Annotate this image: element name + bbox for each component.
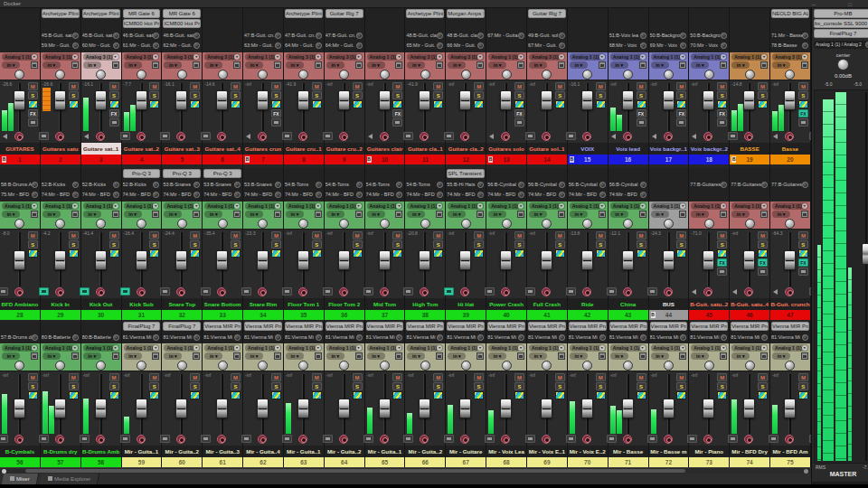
save-preset-icon[interactable] xyxy=(801,352,808,360)
send-slot[interactable]: 81:Vienna Mi xyxy=(487,333,525,343)
solo-button[interactable]: S xyxy=(271,91,281,99)
save-preset-icon[interactable] xyxy=(355,61,363,69)
pan-knob[interactable] xyxy=(623,361,633,371)
track-name[interactable]: Kick Out xyxy=(81,298,121,310)
input-selector[interactable]: Analog 1 (1)▾ xyxy=(407,202,443,210)
track-number[interactable]: 39 xyxy=(446,310,486,320)
pan-knob[interactable] xyxy=(542,219,552,229)
track-name[interactable]: Guitare sol..1 xyxy=(527,143,567,155)
record-arm-button[interactable] xyxy=(582,287,591,296)
send-knob[interactable] xyxy=(356,42,363,49)
record-arm-button[interactable] xyxy=(664,287,673,296)
solo-button[interactable]: S xyxy=(69,382,79,390)
solo-button[interactable]: S xyxy=(271,240,281,249)
input-selector[interactable]: Analog 1 (1)▾ xyxy=(367,53,403,61)
send-knob[interactable] xyxy=(640,182,646,188)
snapshot-icon[interactable] xyxy=(0,287,8,296)
send-knob[interactable] xyxy=(640,192,646,198)
in-toggle[interactable]: in ▾ xyxy=(407,352,425,360)
snapshot-icon[interactable] xyxy=(514,118,524,127)
track-number[interactable]: 75 xyxy=(770,457,810,467)
solo-button[interactable]: S xyxy=(392,382,402,390)
mute-button[interactable]: M xyxy=(676,373,686,381)
save-preset-icon[interactable] xyxy=(436,211,443,218)
mute-speaker-icon[interactable] xyxy=(773,134,778,139)
routing-stripe-button[interactable] xyxy=(596,391,606,399)
mute-button[interactable]: M xyxy=(353,82,363,90)
snapshot-icon[interactable] xyxy=(282,287,292,296)
fx-button[interactable]: FX xyxy=(392,109,402,117)
input-selector[interactable]: Analog 3 (1)▾ xyxy=(124,53,160,61)
in-toggle[interactable]: in ▾ xyxy=(326,61,344,69)
routing-stripe-button[interactable] xyxy=(271,391,281,399)
input-selector[interactable]: Analog 1 (1)▾ xyxy=(245,202,281,210)
solo-button[interactable]: S xyxy=(717,382,727,390)
track-name[interactable]: Snare Rim xyxy=(243,298,283,310)
solo-button[interactable]: S xyxy=(312,91,322,99)
snapshot-icon[interactable] xyxy=(676,118,686,127)
in-toggle[interactable]: in ▾ xyxy=(286,211,304,218)
record-arm-button[interactable] xyxy=(785,132,794,141)
save-preset-icon[interactable] xyxy=(31,211,38,218)
send-knob[interactable] xyxy=(32,334,38,341)
snapshot-icon[interactable] xyxy=(607,287,617,296)
send-knob[interactable] xyxy=(802,42,808,49)
track-name[interactable]: Mir - BFD Dry xyxy=(730,446,769,457)
mute-button[interactable]: M xyxy=(271,82,281,90)
pan-knob[interactable] xyxy=(177,219,187,229)
mute-button[interactable]: M xyxy=(717,373,727,381)
record-arm-button[interactable] xyxy=(420,132,429,141)
fader-thumb[interactable] xyxy=(216,90,228,110)
record-arm-button[interactable] xyxy=(703,287,712,296)
save-preset-icon[interactable] xyxy=(274,352,281,360)
save-preset-icon[interactable] xyxy=(395,352,402,360)
track-name[interactable]: Mir - Piano xyxy=(689,446,729,457)
solo-button[interactable]: S xyxy=(149,382,159,390)
send-slot[interactable]: 81:Vienna Mi xyxy=(731,333,769,343)
track-number[interactable]: 47 xyxy=(770,310,810,320)
mute-button[interactable]: M xyxy=(474,231,484,239)
mute-button[interactable]: M xyxy=(676,231,686,239)
fader-thumb[interactable] xyxy=(541,90,552,110)
record-arm-button[interactable] xyxy=(460,287,469,296)
snapshot-icon[interactable] xyxy=(282,435,292,443)
plugin-slot-button[interactable]: Guitar Rig 7 xyxy=(528,9,566,18)
fader-thumb[interactable] xyxy=(54,250,66,270)
mute-button[interactable]: M xyxy=(190,373,200,381)
pan-knob[interactable] xyxy=(339,219,349,229)
pan-knob[interactable] xyxy=(14,219,24,229)
send-knob[interactable] xyxy=(316,42,322,49)
routing-stripe-button[interactable] xyxy=(392,100,402,108)
record-arm-button[interactable] xyxy=(744,287,753,296)
snapshot-icon[interactable] xyxy=(160,132,170,140)
plugin-slot-button[interactable]: Vienna MIR Pro xyxy=(326,322,363,331)
mute-button[interactable]: M xyxy=(514,373,524,381)
send-slot[interactable]: 60:Mir - Guit. xyxy=(82,41,120,51)
pan-knob[interactable] xyxy=(582,219,592,229)
snapshot-icon[interactable] xyxy=(271,118,281,127)
fader-thumb[interactable] xyxy=(379,250,391,270)
routing-stripe-button[interactable] xyxy=(28,249,38,258)
send-knob[interactable] xyxy=(680,42,686,49)
snapshot-icon[interactable] xyxy=(717,267,727,276)
track-number[interactable]: 31 xyxy=(122,310,162,320)
send-slot[interactable]: 74:Mir - BFD xyxy=(447,190,485,200)
send-slot[interactable]: 50:B-Backgro xyxy=(690,31,728,41)
save-preset-icon[interactable] xyxy=(639,211,646,218)
track-number[interactable]: 2 xyxy=(41,155,80,164)
mute-button[interactable]: M xyxy=(474,373,484,381)
mute-button[interactable]: M xyxy=(231,231,241,239)
record-arm-button[interactable] xyxy=(258,287,267,296)
send-knob[interactable] xyxy=(153,192,159,198)
solo-button[interactable]: S xyxy=(231,240,241,249)
snapshot-icon[interactable] xyxy=(201,132,211,140)
solo-button[interactable]: S xyxy=(596,240,606,249)
send-slot[interactable]: 80:B-Batterie xyxy=(42,333,80,343)
track-name[interactable]: Floor Tom 1 xyxy=(284,298,324,310)
in-toggle[interactable]: in ▾ xyxy=(691,61,709,69)
track-name[interactable]: Basse xyxy=(770,143,810,155)
save-preset-icon[interactable] xyxy=(599,352,606,360)
plugin-slot-button[interactable]: Vienna MIR Pro xyxy=(406,322,444,331)
mute-button[interactable]: M xyxy=(555,231,565,239)
routing-stripe-button[interactable] xyxy=(637,100,646,108)
